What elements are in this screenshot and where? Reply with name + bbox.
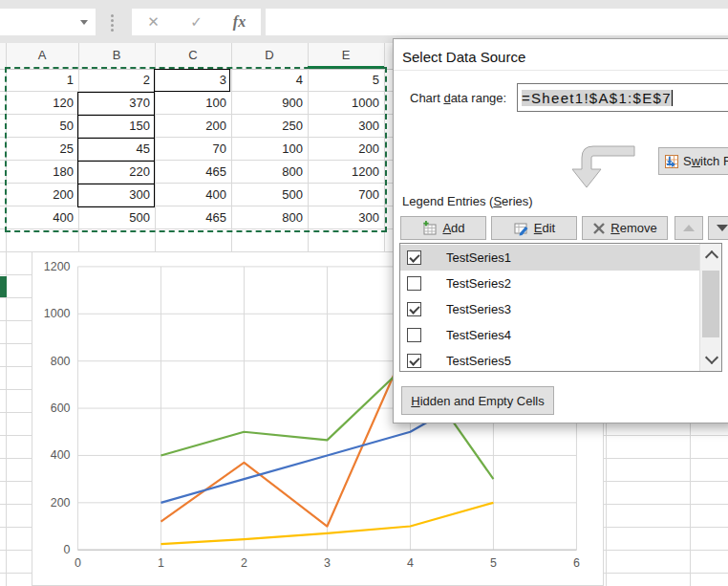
series-listbox: TestSeries1TestSeries2TestSeries3TestSer…: [399, 243, 722, 372]
separator-dots-icon: [111, 12, 114, 33]
dialog-title-separator: [394, 70, 728, 71]
series-name: TestSeries5: [446, 354, 511, 368]
cancel-icon[interactable]: ✕: [138, 13, 170, 31]
series-name: TestSeries3: [446, 302, 511, 316]
move-up-button[interactable]: [674, 216, 703, 240]
svg-text:0: 0: [75, 556, 81, 570]
switch-button-label: Switch Row/Column: [683, 154, 728, 168]
edit-series-button[interactable]: Edit: [491, 216, 577, 240]
series-checkbox[interactable]: [407, 354, 421, 368]
chart-data-range-label: Chart data range:: [410, 91, 506, 105]
series-checkbox[interactable]: [407, 250, 421, 265]
marching-ants-selection: [5, 67, 387, 232]
column-header-A[interactable]: A: [6, 43, 78, 68]
move-down-button[interactable]: [708, 216, 728, 240]
name-box-dropdown-icon[interactable]: [80, 20, 88, 25]
legend-entries-label: Legend Entries (Series): [402, 194, 533, 208]
series-name: TestSeries4: [446, 328, 511, 342]
select-data-source-dialog: Select Data Source Chart data range: =Sh…: [393, 38, 728, 423]
listbox-scrollbar[interactable]: [699, 244, 721, 371]
series-checkbox[interactable]: [407, 302, 421, 316]
svg-text:1: 1: [158, 556, 164, 570]
switch-direction-arrow-icon: [559, 140, 674, 197]
series-name: TestSeries2: [446, 276, 511, 291]
column-header-E[interactable]: E: [308, 43, 384, 68]
add-icon: [421, 221, 438, 236]
remove-series-button[interactable]: Remove: [582, 216, 668, 240]
scrollbar-thumb[interactable]: [702, 271, 719, 337]
series-list-item[interactable]: TestSeries1: [400, 245, 700, 271]
switch-row-column-icon: [664, 154, 679, 169]
insert-function-icon[interactable]: fx: [224, 13, 256, 31]
excel-window: ✕ ✓ fx ABCDE 123451203701009001000501502…: [0, 0, 728, 586]
series-list-item[interactable]: TestSeries5: [400, 348, 700, 374]
svg-text:4: 4: [407, 556, 414, 570]
svg-text:600: 600: [51, 402, 71, 415]
enter-icon[interactable]: ✓: [181, 13, 213, 31]
remove-icon: [592, 222, 606, 235]
svg-text:400: 400: [51, 448, 71, 462]
column-header-B[interactable]: B: [78, 43, 155, 68]
column-header-D[interactable]: D: [231, 43, 308, 68]
svg-text:0: 0: [64, 543, 71, 556]
series-checkbox[interactable]: [407, 276, 421, 291]
series-checkbox[interactable]: [407, 328, 421, 342]
edit-icon: [513, 221, 529, 236]
hidden-and-empty-cells-button[interactable]: Hidden and Empty Cells: [401, 386, 554, 415]
dialog-title: Select Data Source: [402, 49, 525, 65]
formula-input[interactable]: [266, 9, 728, 35]
text-caret: [672, 90, 673, 106]
add-series-button[interactable]: Add: [400, 216, 486, 240]
scroll-down-icon[interactable]: [705, 351, 718, 364]
scroll-up-icon[interactable]: [705, 250, 718, 264]
selected-cell-fill: [0, 276, 7, 297]
name-box[interactable]: [0, 9, 96, 35]
svg-text:1200: 1200: [44, 260, 71, 273]
svg-text:200: 200: [51, 496, 71, 510]
series-list-item[interactable]: TestSeries3: [400, 296, 700, 322]
svg-text:1000: 1000: [44, 307, 71, 320]
formula-bar-strip: ✕ ✓ fx: [0, 0, 728, 43]
svg-text:3: 3: [324, 556, 331, 570]
svg-text:5: 5: [490, 556, 497, 570]
switch-row-column-button[interactable]: Switch Row/Column: [658, 147, 728, 175]
series-list-item[interactable]: TestSeries4: [400, 322, 700, 348]
series-name: TestSeries1: [446, 250, 511, 265]
series-list-item[interactable]: TestSeries2: [400, 271, 700, 296]
svg-text:2: 2: [241, 556, 247, 570]
selected-text: =Sheet1!$A$1:$E$7: [522, 90, 672, 106]
column-header-C[interactable]: C: [155, 43, 231, 68]
formula-buttons: ✕ ✓ fx: [132, 9, 261, 35]
svg-text:6: 6: [573, 556, 580, 570]
up-arrow-icon: [683, 225, 695, 231]
chart-data-range-input[interactable]: =Sheet1!$A$1:$E$7: [517, 83, 728, 112]
down-arrow-icon: [717, 225, 728, 231]
svg-text:800: 800: [51, 355, 71, 368]
